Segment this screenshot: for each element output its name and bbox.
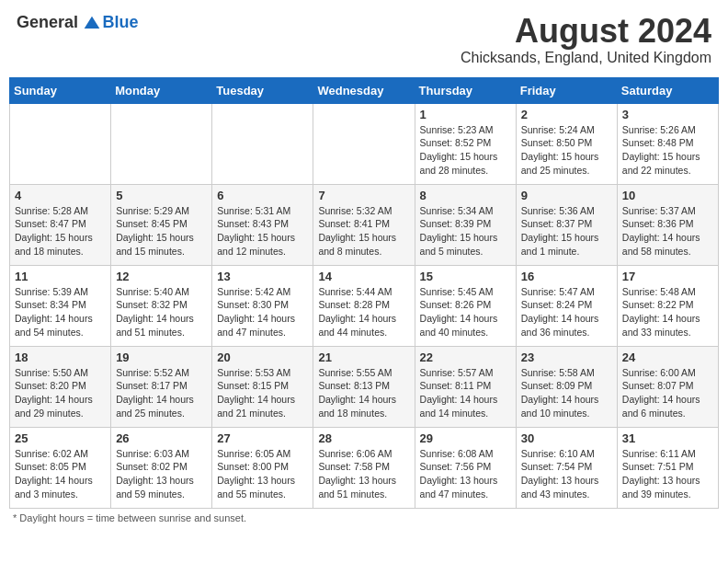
day-number: 1 (420, 108, 511, 121)
calendar-cell: 26 Sunrise: 6:03 AMSunset: 8:02 PMDaylig… (111, 427, 212, 508)
day-number: 25 (15, 431, 106, 445)
day-number: 23 (521, 350, 612, 364)
day-info: Sunrise: 5:57 AMSunset: 8:11 PMDaylight:… (420, 367, 498, 419)
day-info: Sunrise: 5:26 AMSunset: 8:48 PMDaylight:… (622, 124, 700, 176)
day-number: 31 (622, 431, 713, 445)
day-number: 9 (521, 189, 612, 202)
calendar-cell: 9 Sunrise: 5:36 AMSunset: 8:37 PMDayligh… (516, 184, 617, 265)
weekday-header-row: SundayMondayTuesdayWednesdayThursdayFrid… (10, 77, 719, 103)
logo-icon (83, 15, 101, 33)
day-info: Sunrise: 5:23 AMSunset: 8:52 PMDaylight:… (420, 124, 498, 176)
calendar-week-row: 1 Sunrise: 5:23 AMSunset: 8:52 PMDayligh… (10, 103, 719, 184)
footer-note: * Daylight hours = time between sunrise … (9, 512, 719, 523)
calendar-cell: 14 Sunrise: 5:44 AMSunset: 8:28 PMDaylig… (313, 265, 415, 346)
calendar-cell: 18 Sunrise: 5:50 AMSunset: 8:20 PMDaylig… (10, 346, 111, 427)
weekday-header: Thursday (415, 77, 516, 103)
calendar-cell: 6 Sunrise: 5:31 AMSunset: 8:43 PMDayligh… (212, 184, 313, 265)
day-number: 22 (420, 350, 511, 364)
day-info: Sunrise: 6:00 AMSunset: 8:07 PMDaylight:… (622, 367, 700, 419)
day-number: 15 (420, 270, 511, 283)
day-info: Sunrise: 5:42 AMSunset: 8:30 PMDaylight:… (217, 286, 295, 338)
header: General Blue August 2024 Chicksands, Eng… (9, 9, 719, 70)
calendar-cell: 13 Sunrise: 5:42 AMSunset: 8:30 PMDaylig… (212, 265, 313, 346)
calendar-cell: 5 Sunrise: 5:29 AMSunset: 8:45 PMDayligh… (111, 184, 212, 265)
calendar-cell: 21 Sunrise: 5:55 AMSunset: 8:13 PMDaylig… (313, 346, 415, 427)
calendar-cell: 8 Sunrise: 5:34 AMSunset: 8:39 PMDayligh… (415, 184, 516, 265)
calendar-week-row: 4 Sunrise: 5:28 AMSunset: 8:47 PMDayligh… (10, 184, 719, 265)
calendar-cell: 11 Sunrise: 5:39 AMSunset: 8:34 PMDaylig… (10, 265, 111, 346)
calendar-cell: 23 Sunrise: 5:58 AMSunset: 8:09 PMDaylig… (516, 346, 617, 427)
day-number: 16 (521, 270, 612, 283)
calendar-cell: 17 Sunrise: 5:48 AMSunset: 8:22 PMDaylig… (617, 265, 718, 346)
day-info: Sunrise: 5:58 AMSunset: 8:09 PMDaylight:… (521, 367, 599, 419)
footer-note-text: Daylight hours (19, 512, 84, 523)
weekday-header: Saturday (617, 77, 718, 103)
calendar-cell: 29 Sunrise: 6:08 AMSunset: 7:56 PMDaylig… (415, 427, 516, 508)
logo-blue: Blue (103, 13, 139, 31)
day-number: 19 (116, 350, 207, 364)
day-info: Sunrise: 5:47 AMSunset: 8:24 PMDaylight:… (521, 286, 599, 338)
day-info: Sunrise: 6:11 AMSunset: 7:51 PMDaylight:… (622, 448, 700, 500)
day-number: 6 (217, 189, 308, 202)
day-info: Sunrise: 6:08 AMSunset: 7:56 PMDaylight:… (420, 448, 498, 500)
calendar-cell: 27 Sunrise: 6:05 AMSunset: 8:00 PMDaylig… (212, 427, 313, 508)
day-number: 7 (318, 189, 409, 202)
weekday-header: Tuesday (212, 77, 313, 103)
day-number: 13 (217, 270, 308, 283)
day-info: Sunrise: 6:02 AMSunset: 8:05 PMDaylight:… (15, 448, 93, 500)
calendar-cell (313, 103, 415, 184)
day-number: 30 (521, 431, 612, 445)
calendar-cell (10, 103, 111, 184)
day-number: 11 (15, 270, 106, 283)
day-info: Sunrise: 5:45 AMSunset: 8:26 PMDaylight:… (420, 286, 498, 338)
day-number: 4 (15, 189, 106, 202)
calendar-cell: 22 Sunrise: 5:57 AMSunset: 8:11 PMDaylig… (415, 346, 516, 427)
logo-general: General (17, 13, 78, 31)
calendar-cell: 2 Sunrise: 5:24 AMSunset: 8:50 PMDayligh… (516, 103, 617, 184)
day-number: 20 (217, 350, 308, 364)
day-info: Sunrise: 6:05 AMSunset: 8:00 PMDaylight:… (217, 448, 295, 500)
calendar-cell: 28 Sunrise: 6:06 AMSunset: 7:58 PMDaylig… (313, 427, 415, 508)
day-number: 3 (622, 108, 713, 121)
calendar-cell: 7 Sunrise: 5:32 AMSunset: 8:41 PMDayligh… (313, 184, 415, 265)
day-number: 27 (217, 431, 308, 445)
calendar-cell: 30 Sunrise: 6:10 AMSunset: 7:54 PMDaylig… (516, 427, 617, 508)
calendar-cell: 25 Sunrise: 6:02 AMSunset: 8:05 PMDaylig… (10, 427, 111, 508)
calendar-cell: 4 Sunrise: 5:28 AMSunset: 8:47 PMDayligh… (10, 184, 111, 265)
day-info: Sunrise: 5:55 AMSunset: 8:13 PMDaylight:… (318, 367, 396, 419)
calendar-cell: 3 Sunrise: 5:26 AMSunset: 8:48 PMDayligh… (617, 103, 718, 184)
day-number: 26 (116, 431, 207, 445)
weekday-header: Friday (516, 77, 617, 103)
day-number: 2 (521, 108, 612, 121)
calendar-week-row: 25 Sunrise: 6:02 AMSunset: 8:05 PMDaylig… (10, 427, 719, 508)
day-info: Sunrise: 5:40 AMSunset: 8:32 PMDaylight:… (116, 286, 194, 338)
day-info: Sunrise: 5:39 AMSunset: 8:34 PMDaylight:… (15, 286, 93, 338)
day-info: Sunrise: 5:34 AMSunset: 8:39 PMDaylight:… (420, 205, 498, 257)
day-info: Sunrise: 5:37 AMSunset: 8:36 PMDaylight:… (622, 205, 700, 257)
day-info: Sunrise: 6:10 AMSunset: 7:54 PMDaylight:… (521, 448, 599, 500)
day-number: 14 (318, 270, 409, 283)
day-info: Sunrise: 5:36 AMSunset: 8:37 PMDaylight:… (521, 205, 599, 257)
weekday-header: Monday (111, 77, 212, 103)
calendar-table: SundayMondayTuesdayWednesdayThursdayFrid… (9, 77, 719, 509)
day-number: 18 (15, 350, 106, 364)
calendar-cell (111, 103, 212, 184)
day-info: Sunrise: 6:03 AMSunset: 8:02 PMDaylight:… (116, 448, 194, 500)
calendar-cell: 31 Sunrise: 6:11 AMSunset: 7:51 PMDaylig… (617, 427, 718, 508)
calendar-cell: 24 Sunrise: 6:00 AMSunset: 8:07 PMDaylig… (617, 346, 718, 427)
location-title: Chicksands, England, United Kingdom (461, 50, 711, 66)
calendar-cell: 10 Sunrise: 5:37 AMSunset: 8:36 PMDaylig… (617, 184, 718, 265)
day-info: Sunrise: 5:50 AMSunset: 8:20 PMDaylight:… (15, 367, 93, 419)
day-info: Sunrise: 6:06 AMSunset: 7:58 PMDaylight:… (318, 448, 396, 500)
month-title: August 2024 (461, 13, 711, 50)
day-number: 17 (622, 270, 713, 283)
day-info: Sunrise: 5:29 AMSunset: 8:45 PMDaylight:… (116, 205, 194, 257)
svg-marker-0 (84, 16, 99, 28)
day-number: 21 (318, 350, 409, 364)
day-info: Sunrise: 5:53 AMSunset: 8:15 PMDaylight:… (217, 367, 295, 419)
calendar-cell (212, 103, 313, 184)
day-info: Sunrise: 5:44 AMSunset: 8:28 PMDaylight:… (318, 286, 396, 338)
calendar-cell: 15 Sunrise: 5:45 AMSunset: 8:26 PMDaylig… (415, 265, 516, 346)
weekday-header: Wednesday (313, 77, 415, 103)
day-number: 24 (622, 350, 713, 364)
